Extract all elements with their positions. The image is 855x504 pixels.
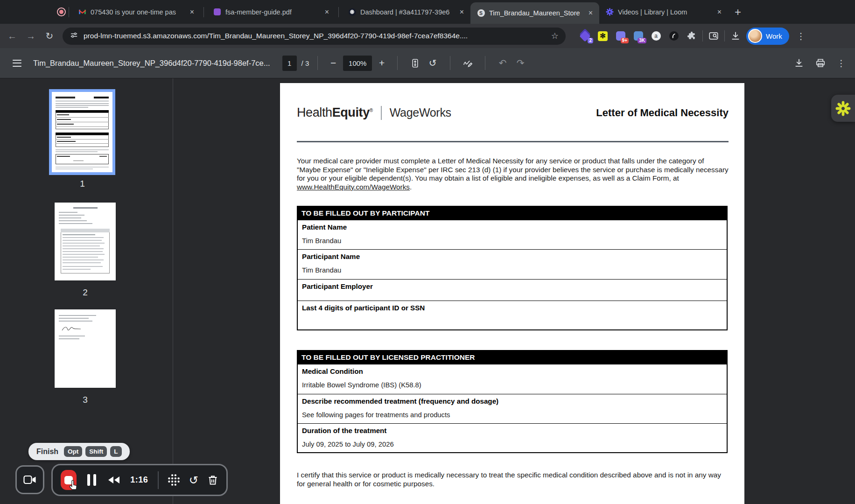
- key-shift: Shift: [85, 446, 107, 457]
- tab-close-button[interactable]: ×: [189, 8, 195, 16]
- tab-title: Videos | Library | Loom: [618, 8, 712, 16]
- stop-recording-button[interactable]: [61, 470, 77, 490]
- table-row: Participant Employer: [298, 279, 727, 301]
- back-button[interactable]: ←: [3, 31, 21, 42]
- pdf-download-button[interactable]: [794, 58, 804, 68]
- tab-s3-document-active[interactable]: S Tim_Brandau_Maureen_Store ×: [470, 2, 599, 24]
- table-row: Patient Name Tim Brandau: [298, 220, 727, 249]
- zoom-in-button[interactable]: +: [375, 57, 389, 69]
- page-number-input[interactable]: 1: [282, 56, 297, 71]
- participant-table: TO BE FILLED OUT BY PARTICIPANT Patient …: [297, 206, 728, 330]
- pdf-toolbar-divider: [450, 56, 450, 70]
- toolbar-divider: [724, 30, 725, 42]
- table-row: Describe recommended treatment (frequenc…: [298, 394, 727, 423]
- extensions-row: 2 ✻ 9+ 3K a: [580, 31, 697, 42]
- pdf-page-1: HealthEquity® WageWorks Letter of Medica…: [280, 83, 744, 504]
- site-settings-icon[interactable]: [70, 31, 78, 42]
- tab-fsa-member-guide[interactable]: fsa-member-guide.pdf ×: [207, 0, 336, 24]
- downloads-icon[interactable]: [730, 31, 741, 41]
- participant-section-header: TO BE FILLED OUT BY PARTICIPANT: [298, 207, 727, 220]
- forward-button[interactable]: →: [21, 31, 40, 42]
- tab-close-button[interactable]: ×: [324, 8, 330, 16]
- thumbnail-label-2: 2: [55, 287, 116, 298]
- profile-pill[interactable]: Work: [746, 28, 789, 45]
- fit-to-page-button[interactable]: [406, 58, 424, 68]
- recording-timer: 1:16: [130, 475, 148, 485]
- pdf-toolbar: Tim_Brandau_Maureen_Storey_NP_396d4f20-7…: [0, 48, 855, 78]
- pdf-toolbar-divider: [397, 56, 398, 70]
- loom-finish-tooltip: Finish Opt Shift L: [28, 443, 130, 460]
- rotate-button[interactable]: ↺: [424, 57, 442, 69]
- sidebar-separator: [173, 78, 173, 504]
- table-row: Duration of the treatment July 09, 2025 …: [298, 423, 727, 452]
- extension-loom-asterisk-icon[interactable]: ✻: [597, 31, 608, 42]
- dashboard-icon: [348, 8, 356, 16]
- pause-button[interactable]: [87, 474, 96, 486]
- thumbnail-page-3[interactable]: [55, 309, 116, 388]
- extension-rain-icon[interactable]: 3K: [633, 31, 644, 42]
- pdf-menu-icon[interactable]: [13, 60, 21, 67]
- pdf-print-button[interactable]: [815, 58, 826, 68]
- tab-close-button[interactable]: ×: [459, 8, 465, 16]
- wageworks-logo: WageWorks: [390, 106, 451, 119]
- intro-paragraph: Your medical care provider must complete…: [297, 157, 729, 191]
- tab-divider: [338, 7, 339, 17]
- side-search-icon[interactable]: [708, 31, 719, 41]
- browser-menu-kebab-icon[interactable]: ⋮: [797, 31, 806, 42]
- tab-dashboard[interactable]: Dashboard | #3a411797-39e6 ×: [342, 0, 470, 24]
- rewind-button[interactable]: [107, 476, 120, 484]
- extension-crown-icon[interactable]: 9+: [615, 31, 626, 42]
- tab-gmail[interactable]: 075430 is your one-time pas ×: [72, 0, 201, 24]
- practitioner-section-header: TO BE FILLED OUT BY LICENSED PRACTITIONE…: [298, 351, 727, 364]
- redo-button[interactable]: ↷: [512, 57, 529, 69]
- delete-recording-button[interactable]: [207, 475, 218, 486]
- tab-loom-videos[interactable]: Videos | Library | Loom ×: [599, 0, 728, 24]
- tab-title: 075430 is your one-time pas: [91, 8, 185, 16]
- pinwheel-icon: [835, 101, 851, 116]
- thumbnail-page-1[interactable]: [52, 92, 112, 172]
- profile-label: Work: [766, 32, 782, 40]
- table-row: Last 4 digits of participant ID or SSN: [298, 301, 727, 329]
- bookmark-star-icon[interactable]: ☆: [551, 31, 559, 41]
- certification-paragraph: I certify that this service or product i…: [297, 470, 729, 488]
- cursor-pointer-icon: [69, 480, 79, 491]
- pdf-file-icon: [213, 8, 221, 16]
- url-text[interactable]: prod-lmn-truemed.s3.amazonaws.com/Tim_Br…: [84, 32, 546, 40]
- extension-stack-icon[interactable]: 2: [580, 31, 590, 42]
- browser-tab-bar: 075430 is your one-time pas × fsa-member…: [0, 0, 855, 24]
- loom-camera-bubble[interactable]: [15, 465, 44, 494]
- zoom-level-value[interactable]: 100%: [343, 56, 372, 71]
- extension-swoosh-icon[interactable]: [668, 31, 679, 42]
- tab-close-button[interactable]: ×: [588, 9, 594, 17]
- gmail-icon: [78, 8, 86, 16]
- zoom-out-button[interactable]: −: [326, 57, 340, 69]
- new-tab-button[interactable]: +: [735, 6, 741, 19]
- extensions-puzzle-icon[interactable]: [686, 31, 697, 42]
- thumbnail-page-2[interactable]: [55, 203, 116, 280]
- thumbnail-label-3: 3: [55, 395, 116, 405]
- table-row: Participant Name Tim Brandau: [298, 249, 727, 279]
- extension-a-icon[interactable]: a: [651, 31, 661, 42]
- wageworks-link[interactable]: www.HealthEquity.com/WageWorks: [297, 183, 410, 191]
- loom-edge-extension-button[interactable]: [831, 95, 855, 122]
- camera-icon: [23, 474, 36, 485]
- healthequity-logo: HealthEquity®: [297, 105, 373, 120]
- thumbnail-label-1: 1: [52, 179, 113, 189]
- page-total-label: / 3: [301, 59, 309, 67]
- undo-button[interactable]: ↶: [494, 57, 512, 69]
- avatar: [748, 29, 762, 43]
- loom-icon: [606, 8, 614, 16]
- tab-title: Dashboard | #3a411797-39e6: [360, 8, 455, 16]
- annotate-draw-button[interactable]: [459, 58, 477, 68]
- practitioner-table: TO BE FILLED OUT BY LICENSED PRACTITIONE…: [297, 350, 728, 453]
- address-bar[interactable]: prod-lmn-truemed.s3.amazonaws.com/Tim_Br…: [63, 28, 566, 45]
- drag-handle-dots[interactable]: [168, 474, 180, 486]
- pdf-menu-kebab-icon[interactable]: ⋮: [837, 58, 846, 69]
- key-opt: Opt: [64, 446, 82, 457]
- tab-close-button[interactable]: ×: [716, 8, 722, 16]
- document-header: HealthEquity® WageWorks Letter of Medica…: [297, 105, 729, 120]
- reload-button[interactable]: ↻: [40, 30, 59, 42]
- tab-recording-indicator-icon: [57, 7, 66, 16]
- pdf-document-title: Tim_Brandau_Maureen_Storey_NP_396d4f20-7…: [33, 59, 270, 68]
- restart-recording-button[interactable]: ↺: [189, 475, 198, 486]
